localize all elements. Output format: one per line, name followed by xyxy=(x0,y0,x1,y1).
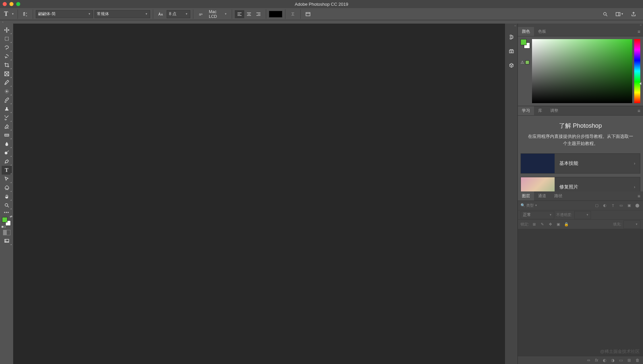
history-brush-tool[interactable] xyxy=(2,113,12,122)
filter-adjust-icon[interactable]: ◐ xyxy=(602,203,608,209)
brush-tool[interactable] xyxy=(2,96,12,104)
tab-color[interactable]: 颜色 xyxy=(518,27,534,36)
gamut-swatch[interactable] xyxy=(525,60,529,64)
new-layer-icon[interactable]: ⊞ xyxy=(627,358,631,363)
font-size-dropdown[interactable]: 8 点▼ xyxy=(167,10,190,18)
learn-panel-menu[interactable]: ≡ xyxy=(635,108,643,114)
filter-shape-icon[interactable]: ▭ xyxy=(618,203,624,209)
blur-tool[interactable] xyxy=(2,140,12,148)
color-panel-menu[interactable]: ≡ xyxy=(635,29,643,34)
group-icon[interactable]: ▭ xyxy=(619,358,623,363)
hand-tool[interactable] xyxy=(2,192,12,201)
3d-panel-icon[interactable] xyxy=(507,61,516,70)
adjustment-layer-icon[interactable]: ◑ xyxy=(611,358,614,363)
antialias-dropdown[interactable]: Mac LCD▼ xyxy=(207,10,229,18)
dock-collapse-handle[interactable]: ‹‹ xyxy=(505,24,518,28)
active-tool-icon[interactable]: T xyxy=(2,10,10,18)
align-center-button[interactable] xyxy=(244,10,254,18)
character-panel-toggle[interactable] xyxy=(303,9,313,19)
share-icon[interactable] xyxy=(629,9,638,19)
zoom-tool[interactable] xyxy=(2,201,12,210)
fill-input[interactable]: ▼ xyxy=(623,220,640,229)
screen-mode-button[interactable] xyxy=(2,237,12,245)
layer-fx-icon[interactable]: fx xyxy=(595,358,598,363)
lock-all-icon[interactable]: 🔒 xyxy=(563,221,569,228)
tab-swatches[interactable]: 色板 xyxy=(534,27,550,36)
delete-layer-icon[interactable]: 🗑 xyxy=(636,358,640,363)
quickmask-toggle[interactable] xyxy=(3,230,10,235)
edit-toolbar-button[interactable]: ••• xyxy=(4,210,9,216)
tab-paths[interactable]: 路径 xyxy=(550,191,566,201)
quick-select-tool[interactable] xyxy=(2,52,12,61)
workspace-switcher[interactable]: ▼ xyxy=(615,9,624,19)
align-left-button[interactable] xyxy=(235,10,244,18)
tab-layers[interactable]: 图层 xyxy=(518,191,534,201)
tab-adjustments[interactable]: 调整 xyxy=(546,106,562,115)
tutorial-card-retouch[interactable]: 修复照片 › xyxy=(521,177,640,191)
tab-channels[interactable]: 通道 xyxy=(534,191,550,201)
lasso-tool[interactable] xyxy=(2,43,12,52)
filter-smart-icon[interactable]: ▣ xyxy=(626,203,632,209)
tutorial-card-basics[interactable]: 基本技能 › xyxy=(521,153,640,174)
close-window-button[interactable] xyxy=(3,2,7,6)
text-color-swatch[interactable] xyxy=(269,11,282,18)
lock-transparent-icon[interactable]: ⊞ xyxy=(531,221,537,228)
layer-filter-type[interactable]: 🔍 类型 ▼ xyxy=(521,203,537,208)
gradient-tool[interactable] xyxy=(2,131,12,140)
tool-preset-caret[interactable]: ▼ xyxy=(11,12,15,16)
type-tool[interactable]: T xyxy=(2,166,12,175)
minimize-window-button[interactable] xyxy=(9,2,13,6)
gamut-warning[interactable]: ⚠ xyxy=(521,60,530,65)
crop-tool[interactable] xyxy=(2,61,12,69)
dodge-tool[interactable] xyxy=(2,148,12,157)
healing-tool[interactable] xyxy=(2,87,12,96)
tab-learn[interactable]: 学习 xyxy=(518,106,534,115)
eyedropper-tool[interactable] xyxy=(2,78,12,87)
color-panel: 颜色 色板 ≡ ⚠ xyxy=(518,27,643,106)
panel-fg-swatch[interactable] xyxy=(521,39,527,45)
layer-mask-icon[interactable]: ◐ xyxy=(603,358,606,363)
history-panel-icon[interactable] xyxy=(507,32,516,42)
properties-panel-icon[interactable] xyxy=(507,47,516,56)
opacity-input[interactable]: ▼ xyxy=(574,211,591,219)
font-family-value: 翩翩体-简 xyxy=(38,11,56,17)
tab-libraries[interactable]: 库 xyxy=(534,106,546,115)
font-family-dropdown[interactable]: 翩翩体-简▼ xyxy=(36,10,93,18)
filter-toggle[interactable]: ⬤ xyxy=(634,203,640,209)
layers-list[interactable] xyxy=(518,229,643,364)
expand-bar[interactable]: » xyxy=(0,20,643,24)
warp-text-button[interactable] xyxy=(288,9,298,19)
blend-mode-dropdown[interactable]: 正常▼ xyxy=(521,211,554,219)
panels-collapse-handle[interactable]: ‹‹ xyxy=(518,24,643,27)
hue-indicator xyxy=(639,82,641,85)
filter-type-icon[interactable]: T xyxy=(610,203,616,209)
font-style-dropdown[interactable]: 常规体▼ xyxy=(94,10,150,18)
svg-point-8 xyxy=(5,204,8,206)
saturation-brightness-picker[interactable] xyxy=(532,39,632,103)
frame-tool[interactable] xyxy=(2,69,12,78)
move-tool[interactable] xyxy=(2,26,12,34)
maximize-window-button[interactable] xyxy=(16,2,20,6)
link-layers-icon[interactable]: ⬄ xyxy=(587,358,590,363)
lock-artboard-icon[interactable]: ▣ xyxy=(555,221,561,228)
filter-pixel-icon[interactable]: ▢ xyxy=(594,203,600,209)
color-fg-bg-swatches[interactable] xyxy=(521,39,530,49)
layers-panel-menu[interactable]: ≡ xyxy=(635,193,643,199)
align-right-button[interactable] xyxy=(254,10,263,18)
marquee-tool[interactable] xyxy=(2,34,12,43)
lock-pixels-icon[interactable]: ✎ xyxy=(539,221,545,228)
lock-position-icon[interactable]: ✥ xyxy=(547,221,553,228)
lock-label: 锁定: xyxy=(521,222,529,227)
search-icon[interactable] xyxy=(600,9,610,19)
svg-rect-11 xyxy=(510,38,511,39)
default-colors-icon[interactable]: ◼◻ xyxy=(1,225,6,228)
pen-tool[interactable] xyxy=(2,157,12,166)
path-select-tool[interactable] xyxy=(2,175,12,183)
shape-tool[interactable] xyxy=(2,183,12,192)
text-orientation-toggle[interactable] xyxy=(21,9,30,19)
eraser-tool[interactable] xyxy=(2,122,12,131)
canvas-area[interactable] xyxy=(13,24,505,364)
stamp-tool[interactable] xyxy=(2,104,12,113)
foreground-color-swatch[interactable] xyxy=(2,217,7,222)
hue-slider[interactable] xyxy=(634,39,640,103)
